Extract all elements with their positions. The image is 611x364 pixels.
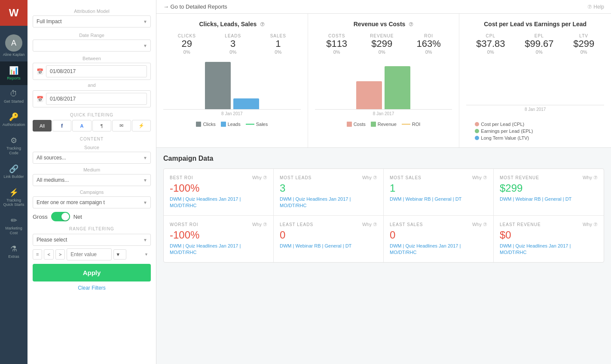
cell-least-sales-why[interactable]: Why ⑦ [472, 222, 487, 227]
nav-item-get-started[interactable]: ⏱ Get Started [0, 85, 27, 108]
legend-sales-label: Sales [256, 122, 268, 127]
filter-btn-email[interactable]: ✉ [112, 120, 131, 132]
nav-item-authorization[interactable]: 🔑 Authorization [0, 108, 27, 132]
cell-worst-roi-desc[interactable]: DWM | Quiz Headlines Jan 2017 | MO/DT/RH… [170, 243, 267, 256]
range-filter-row: = < > ▼ [33, 248, 151, 260]
charts-area: Clicks, Leads, Sales ⑦ CLICKS 29 0% LEAD… [156, 14, 611, 148]
cell-worst-roi-type: WORST ROI [170, 222, 199, 227]
between-label: Between [33, 56, 151, 61]
date-to-wrap: 📅 [33, 90, 151, 107]
legend-ltv: Long Term Value (LTV) [475, 135, 529, 141]
nav-authorization-label: Authorization [3, 122, 25, 127]
legend-sales: Sales [246, 122, 268, 127]
nav-item-link-builder[interactable]: 🔗 Link Builder [0, 160, 27, 184]
legend-costs-label: Costs [354, 122, 366, 127]
nav-item-tracking-code[interactable]: ⚙ Tracking Code [0, 132, 27, 160]
chart-rc-date: 8 Jan 2017 [315, 111, 452, 116]
metric-leads-label: LEADS [225, 34, 241, 38]
app-logo: W [0, 0, 27, 26]
campaign-data-grid: BEST ROI Why ⑦ -100% DWM | Quiz Headline… [163, 168, 604, 263]
get-started-icon: ⏱ [10, 89, 18, 98]
metric-clicks-label: CLICKS [178, 34, 196, 38]
metric-costs-value: $113 [326, 38, 347, 49]
campaigns-select[interactable]: Enter one or more campaign t [33, 196, 151, 208]
legend-ltv-dot [475, 136, 479, 140]
bar-revenue [385, 66, 410, 109]
nav-get-started-label: Get Started [4, 99, 24, 104]
cell-most-sales-desc[interactable]: DWM | Webinar RB | General | DT [390, 196, 487, 202]
cell-least-leads-why[interactable]: Why ⑦ [362, 222, 377, 227]
metric-leads-value: 3 [225, 38, 241, 49]
chart-cls-help-icon[interactable]: ⑦ [260, 21, 265, 28]
nav-item-marketing-cost[interactable]: ✏ Marketing Cost [0, 211, 27, 240]
cell-worst-roi-why[interactable]: Why ⑦ [252, 222, 267, 227]
tracking-code-icon: ⚙ [10, 136, 17, 145]
range-gt-btn[interactable]: > [55, 249, 65, 260]
cell-least-leads-desc[interactable]: DWM | Webinar RB | General | DT [280, 243, 377, 249]
range-select[interactable]: Please select [33, 234, 151, 246]
filter-btn-content[interactable]: ¶ [92, 120, 111, 132]
filter-btn-all[interactable]: All [33, 120, 52, 132]
campaign-cell-most-sales: MOST SALES Why ⑦ 1 DWM | Webinar RB | Ge… [384, 169, 494, 216]
nav-user-label: Aline Kaplan [3, 52, 25, 57]
help-button[interactable]: ⑦ Help [587, 4, 604, 10]
filter-btn-adwords[interactable]: A [72, 120, 91, 132]
legend-leads-dot [221, 122, 226, 127]
cell-least-revenue-type: LEAST REVENUE [500, 222, 541, 227]
campaigns-label: Campaigns [33, 190, 151, 195]
range-lt-btn[interactable]: < [44, 249, 53, 260]
metric-sales-value: 1 [270, 38, 286, 49]
source-select[interactable]: All sources... [33, 152, 151, 164]
chart-rc-help-icon[interactable]: ⑦ [409, 21, 413, 28]
cell-most-revenue-desc[interactable]: DWM | Webinar RB | General | DT [500, 196, 598, 202]
gross-net-toggle[interactable] [51, 212, 70, 221]
cell-best-roi-desc[interactable]: DWM | Quiz Headlines Jan 2017 | MO/DT/RH… [170, 196, 267, 209]
cell-most-leads-why[interactable]: Why ⑦ [362, 175, 377, 180]
legend-sales-line [246, 124, 254, 125]
filter-btn-facebook[interactable]: f [52, 120, 71, 132]
cell-best-roi-why[interactable]: Why ⑦ [252, 175, 267, 180]
bar-clicks [205, 62, 231, 109]
apply-button[interactable]: Apply [33, 264, 151, 281]
range-dropdown-wrap: ▼ [113, 249, 151, 260]
attribution-model-select[interactable]: Full Impact Last Click First Click Linea… [33, 15, 151, 28]
date-from-input[interactable] [46, 65, 147, 77]
bar-costs [356, 81, 382, 109]
nav-item-user[interactable]: A Aline Kaplan [0, 26, 27, 61]
gross-net-toggle-wrap: Gross Net [33, 212, 151, 221]
filter-btn-social[interactable]: ⚡ [132, 120, 151, 132]
nav-extras-label: Extras [8, 254, 19, 259]
range-value-input[interactable] [67, 248, 112, 260]
metric-roi-change: 0% [417, 49, 441, 55]
medium-select-wrap: All mediums... [33, 174, 151, 186]
cell-least-sales-desc[interactable]: DWM | Quiz Headlines Jan 2017 | MO/DT/RH… [390, 243, 487, 256]
campaign-cell-least-leads: LEAST LEADS Why ⑦ 0 DWM | Webinar RB | G… [274, 216, 384, 262]
cell-most-sales-why[interactable]: Why ⑦ [472, 175, 487, 180]
marketing-cost-icon: ✏ [11, 216, 17, 225]
cell-most-leads-desc[interactable]: DWM | Quiz Headlines Jan 2017 | MO/DT/RH… [280, 196, 377, 209]
cell-most-revenue-value: $299 [500, 182, 598, 194]
source-label: Source [33, 145, 151, 150]
cell-least-revenue-desc[interactable]: DWM | Quiz Headlines Jan 2017 | MO/DT/RH… [500, 243, 598, 256]
icon-nav: W A Aline Kaplan 📊 Reports ⏱ Get Started… [0, 0, 27, 364]
cell-most-revenue-why[interactable]: Why ⑦ [583, 175, 598, 180]
bar-leads [233, 98, 259, 109]
clear-filters-link[interactable]: Clear Filters [33, 281, 151, 294]
medium-select[interactable]: All mediums... [33, 174, 151, 186]
nav-item-tracking-quick-starts[interactable]: ⚡ Tracking Quick Starts [0, 184, 27, 212]
date-to-input[interactable] [46, 93, 147, 105]
legend-revenue: Revenue [371, 122, 397, 127]
legend-costs-dot [347, 122, 352, 127]
nav-item-extras[interactable]: ⚗ Extras [0, 240, 27, 263]
nav-item-reports[interactable]: 📊 Reports [0, 61, 27, 85]
metric-epl-change: 0% [525, 49, 553, 55]
cell-least-revenue-why[interactable]: Why ⑦ [583, 222, 598, 227]
legend-clicks-label: Clicks [203, 122, 215, 127]
go-to-reports-link[interactable]: → Go to Detailed Reports [163, 3, 227, 10]
reports-icon: 📊 [9, 66, 18, 75]
date-range-select[interactable] [33, 40, 151, 52]
range-eq-btn[interactable]: = [33, 249, 42, 260]
range-dropdown[interactable]: ▼ [113, 249, 126, 260]
chart-cls-legend: Clicks Leads Sales [163, 122, 301, 127]
chart-cls-date: 8 Jan 2017 [163, 111, 301, 116]
